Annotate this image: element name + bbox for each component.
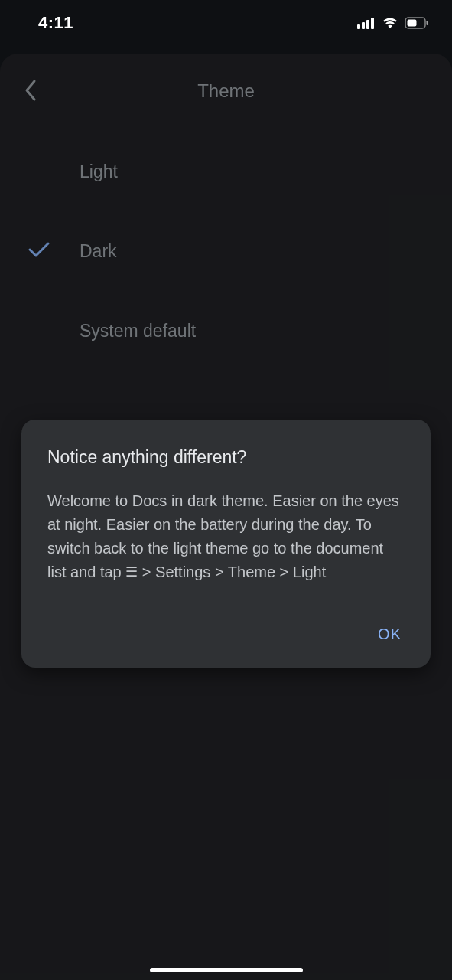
svg-rect-0 [357, 24, 360, 29]
wifi-icon [382, 17, 398, 29]
checkmark-icon [28, 240, 50, 262]
svg-rect-3 [371, 18, 374, 29]
option-label: Dark [80, 241, 117, 262]
theme-options: Light Dark System default [0, 118, 452, 371]
dialog-title: Notice anything different? [47, 447, 405, 468]
svg-rect-6 [427, 21, 429, 25]
option-label: System default [80, 321, 196, 341]
dialog-body-after: > Settings > Theme > Light [138, 564, 326, 580]
theme-option-system-default[interactable]: System default [0, 291, 452, 371]
theme-option-light[interactable]: Light [0, 132, 452, 211]
page-title: Theme [197, 80, 255, 102]
option-label: Light [80, 162, 118, 182]
back-button[interactable] [14, 74, 47, 108]
svg-rect-5 [408, 20, 417, 27]
theme-sheet: Theme Light Dark System default Notice a… [0, 54, 452, 980]
cellular-icon [357, 17, 376, 29]
dialog-body: Welcome to Docs in dark theme. Easier on… [47, 489, 405, 584]
theme-option-dark[interactable]: Dark [0, 211, 452, 291]
svg-rect-2 [366, 20, 369, 29]
status-bar: 4:11 [0, 0, 452, 46]
dialog-actions: OK [47, 618, 405, 651]
ok-button[interactable]: OK [375, 618, 405, 651]
check-slot [28, 240, 80, 262]
chevron-left-icon [24, 79, 37, 104]
svg-rect-1 [362, 22, 365, 29]
home-indicator[interactable] [150, 968, 303, 972]
battery-icon [405, 17, 429, 29]
dark-theme-dialog: Notice anything different? Welcome to Do… [21, 420, 431, 668]
hamburger-menu-icon: ☰ [125, 562, 138, 583]
status-indicators [357, 17, 429, 29]
status-time: 4:11 [38, 13, 73, 33]
header: Theme [0, 64, 452, 118]
